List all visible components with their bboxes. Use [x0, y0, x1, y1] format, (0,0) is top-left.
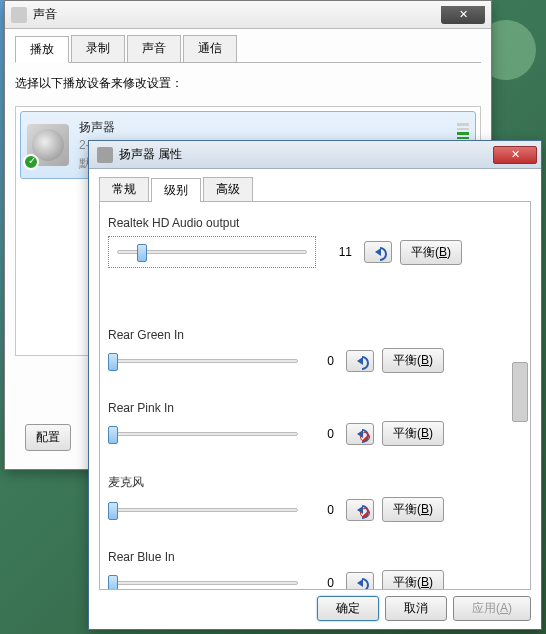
sound-titlebar[interactable]: 声音 ✕ — [5, 1, 491, 29]
volume-value: 11 — [324, 245, 356, 259]
mute-button[interactable] — [346, 350, 374, 372]
balance-button[interactable]: 平衡(B) — [382, 570, 444, 590]
properties-body: 常规 级别 高级 Realtek HD Audio output11平衡(B)R… — [89, 169, 541, 629]
properties-tabstrip: 常规 级别 高级 — [99, 177, 531, 202]
cancel-button[interactable]: 取消 — [385, 596, 447, 621]
properties-window-icon — [97, 147, 113, 163]
level-row: 11平衡(B) — [108, 236, 522, 268]
volume-value: 0 — [306, 503, 338, 517]
slider-container — [108, 236, 316, 268]
scrollbar-thumb[interactable] — [512, 362, 528, 422]
slider-container — [108, 352, 298, 370]
slider-thumb[interactable] — [108, 426, 118, 444]
slider-container — [108, 574, 298, 591]
volume-slider[interactable] — [108, 352, 298, 370]
level-group: Rear Blue In0平衡(B) — [108, 550, 522, 590]
tab-playback[interactable]: 播放 — [15, 36, 69, 63]
level-row: 0平衡(B) — [108, 570, 522, 590]
level-group: Rear Green In0平衡(B) — [108, 328, 522, 373]
volume-icon — [357, 430, 363, 438]
properties-title: 扬声器 属性 — [119, 146, 493, 163]
level-group: 麦克风0平衡(B) — [108, 474, 522, 522]
mute-button[interactable] — [364, 241, 392, 263]
volume-slider[interactable] — [108, 501, 298, 519]
configure-button[interactable]: 配置 — [25, 424, 71, 451]
volume-value: 0 — [306, 354, 338, 368]
slider-thumb[interactable] — [108, 353, 118, 371]
slider-container — [108, 501, 298, 519]
tab-levels[interactable]: 级别 — [151, 178, 201, 202]
ok-button[interactable]: 确定 — [317, 596, 379, 621]
volume-value: 0 — [306, 576, 338, 590]
sound-close-button[interactable]: ✕ — [441, 6, 485, 24]
mute-button[interactable] — [346, 499, 374, 521]
levels-panel: Realtek HD Audio output11平衡(B)Rear Green… — [99, 202, 531, 590]
slider-thumb[interactable] — [137, 244, 147, 262]
dialog-buttons: 确定 取消 应用(A) — [317, 596, 531, 621]
volume-slider[interactable] — [108, 574, 298, 591]
device-icon-wrap — [27, 124, 69, 166]
volume-icon — [375, 248, 381, 256]
level-row: 0平衡(B) — [108, 348, 522, 373]
default-check-icon — [23, 154, 39, 170]
sound-window-icon — [11, 7, 27, 23]
level-label: Realtek HD Audio output — [108, 216, 522, 230]
slider-container — [108, 425, 298, 443]
tab-communications[interactable]: 通信 — [183, 35, 237, 62]
balance-button[interactable]: 平衡(B) — [382, 348, 444, 373]
tab-sounds[interactable]: 声音 — [127, 35, 181, 62]
properties-close-button[interactable]: ✕ — [493, 146, 537, 164]
volume-slider[interactable] — [108, 425, 298, 443]
volume-slider[interactable] — [117, 243, 307, 261]
slider-thumb[interactable] — [108, 502, 118, 520]
slider-thumb[interactable] — [108, 575, 118, 591]
apply-button[interactable]: 应用(A) — [453, 596, 531, 621]
balance-button[interactable]: 平衡(B) — [382, 497, 444, 522]
sound-tabstrip: 播放 录制 声音 通信 — [15, 35, 481, 63]
volume-icon — [357, 357, 363, 365]
tab-advanced[interactable]: 高级 — [203, 177, 253, 201]
instruction-text: 选择以下播放设备来修改设置： — [15, 75, 481, 92]
level-label: Rear Green In — [108, 328, 522, 342]
level-label: 麦克风 — [108, 474, 522, 491]
balance-button[interactable]: 平衡(B) — [382, 421, 444, 446]
volume-icon — [357, 506, 363, 514]
tab-general[interactable]: 常规 — [99, 177, 149, 201]
balance-button[interactable]: 平衡(B) — [400, 240, 462, 265]
mute-button[interactable] — [346, 572, 374, 591]
level-row: 0平衡(B) — [108, 497, 522, 522]
sound-window-title: 声音 — [33, 6, 441, 23]
level-label: Rear Blue In — [108, 550, 522, 564]
speaker-properties-window: 扬声器 属性 ✕ 常规 级别 高级 Realtek HD Audio outpu… — [88, 140, 542, 630]
device-name: 扬声器 — [79, 118, 449, 136]
level-group: Rear Pink In0平衡(B) — [108, 401, 522, 446]
level-group: Realtek HD Audio output11平衡(B) — [108, 216, 522, 268]
properties-titlebar[interactable]: 扬声器 属性 ✕ — [89, 141, 541, 169]
level-label: Rear Pink In — [108, 401, 522, 415]
level-row: 0平衡(B) — [108, 421, 522, 446]
mute-button[interactable] — [346, 423, 374, 445]
volume-value: 0 — [306, 427, 338, 441]
tab-recording[interactable]: 录制 — [71, 35, 125, 62]
volume-icon — [357, 579, 363, 587]
